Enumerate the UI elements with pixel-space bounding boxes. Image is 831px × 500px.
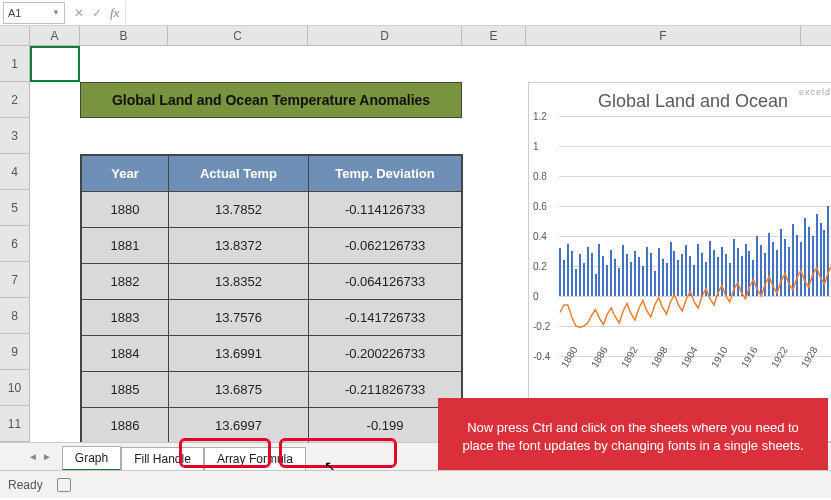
table-row: 188513.6875-0.211826733 xyxy=(82,372,462,408)
row-header-6[interactable]: 6 xyxy=(0,226,29,262)
y-axis-label: -0.4 xyxy=(533,351,550,362)
select-all-corner[interactable] xyxy=(0,26,30,45)
y-axis-label: 0.6 xyxy=(533,201,547,212)
row-header-7[interactable]: 7 xyxy=(0,262,29,298)
table-row: 188213.8352-0.064126733 xyxy=(82,264,462,300)
table-row: 188113.8372-0.062126733 xyxy=(82,228,462,264)
table-row: 188313.7576-0.141726733 xyxy=(82,300,462,336)
y-axis-label: 1 xyxy=(533,141,539,152)
watermark: exceldemy xyxy=(799,87,831,97)
table-row: 188413.6991-0.200226733 xyxy=(82,336,462,372)
name-box[interactable]: A1 ▼ xyxy=(3,2,65,24)
col-header-e[interactable]: E xyxy=(462,26,526,45)
formula-input[interactable] xyxy=(126,2,831,24)
table-row: 188013.7852-0.114126733 xyxy=(82,192,462,228)
th-year: Year xyxy=(82,156,169,192)
row-headers: 1 2 3 4 5 6 7 8 9 10 11 xyxy=(0,46,30,442)
row-header-2[interactable]: 2 xyxy=(0,82,29,118)
confirm-icon[interactable]: ✓ xyxy=(92,6,102,20)
sheet-title: Global Land and Ocean Temperature Anomal… xyxy=(80,82,462,118)
y-axis-label: 0.2 xyxy=(533,261,547,272)
y-axis-label: -0.2 xyxy=(533,321,550,332)
record-macro-icon[interactable] xyxy=(57,478,71,492)
cells-area[interactable]: Global Land and Ocean Temperature Anomal… xyxy=(30,46,831,442)
formula-controls: ✕ ✓ fx xyxy=(68,2,126,24)
name-box-value: A1 xyxy=(8,7,21,19)
y-axis-label: 0.4 xyxy=(533,231,547,242)
row-header-9[interactable]: 9 xyxy=(0,334,29,370)
tab-next-icon[interactable]: ► xyxy=(42,451,52,462)
status-bar: Ready xyxy=(0,470,831,498)
cancel-icon[interactable]: ✕ xyxy=(74,6,84,20)
row-header-10[interactable]: 10 xyxy=(0,370,29,406)
table-row: 188613.6997-0.199 xyxy=(82,408,462,444)
tab-prev-icon[interactable]: ◄ xyxy=(28,451,38,462)
y-axis-label: 0.8 xyxy=(533,171,547,182)
row-header-8[interactable]: 8 xyxy=(0,298,29,334)
row-header-5[interactable]: 5 xyxy=(0,190,29,226)
y-axis-label: 0 xyxy=(533,291,539,302)
column-headers: A B C D E F xyxy=(0,26,831,46)
row-header-11[interactable]: 11 xyxy=(0,406,29,442)
tab-nav: ◄ ► xyxy=(28,451,52,462)
instruction-callout: Now press Ctrl and click on the sheets w… xyxy=(438,398,828,476)
active-cell-selection xyxy=(30,46,80,82)
chevron-down-icon[interactable]: ▼ xyxy=(52,8,60,17)
col-header-c[interactable]: C xyxy=(168,26,308,45)
tab-graph[interactable]: Graph xyxy=(62,446,121,471)
th-actual: Actual Temp xyxy=(169,156,309,192)
tab-array-formula[interactable]: Array Formula xyxy=(204,447,306,470)
th-dev: Temp. Deviation xyxy=(309,156,462,192)
row-header-1[interactable]: 1 xyxy=(0,46,29,82)
table-header-row: Year Actual Temp Temp. Deviation xyxy=(82,156,462,192)
chart-title: Global Land and Ocean xyxy=(529,83,831,116)
col-header-f[interactable]: F xyxy=(526,26,801,45)
y-axis-label: 1.2 xyxy=(533,111,547,122)
row-header-3[interactable]: 3 xyxy=(0,118,29,154)
data-table: Year Actual Temp Temp. Deviation 188013.… xyxy=(80,154,463,445)
col-header-a[interactable]: A xyxy=(30,26,80,45)
tab-fill-handle[interactable]: Fill Handle xyxy=(121,447,204,470)
col-header-d[interactable]: D xyxy=(308,26,462,45)
row-header-4[interactable]: 4 xyxy=(0,154,29,190)
chart[interactable]: exceldemy Global Land and Ocean -0.4-0.2… xyxy=(528,82,831,442)
grid: 1 2 3 4 5 6 7 8 9 10 11 Global Land and … xyxy=(0,46,831,442)
fx-icon[interactable]: fx xyxy=(110,5,119,21)
status-text: Ready xyxy=(8,478,43,492)
col-header-b[interactable]: B xyxy=(80,26,168,45)
chart-plot-area: -0.4-0.200.20.40.60.811.2188018861892189… xyxy=(559,116,831,356)
formula-bar: A1 ▼ ✕ ✓ fx xyxy=(0,0,831,26)
